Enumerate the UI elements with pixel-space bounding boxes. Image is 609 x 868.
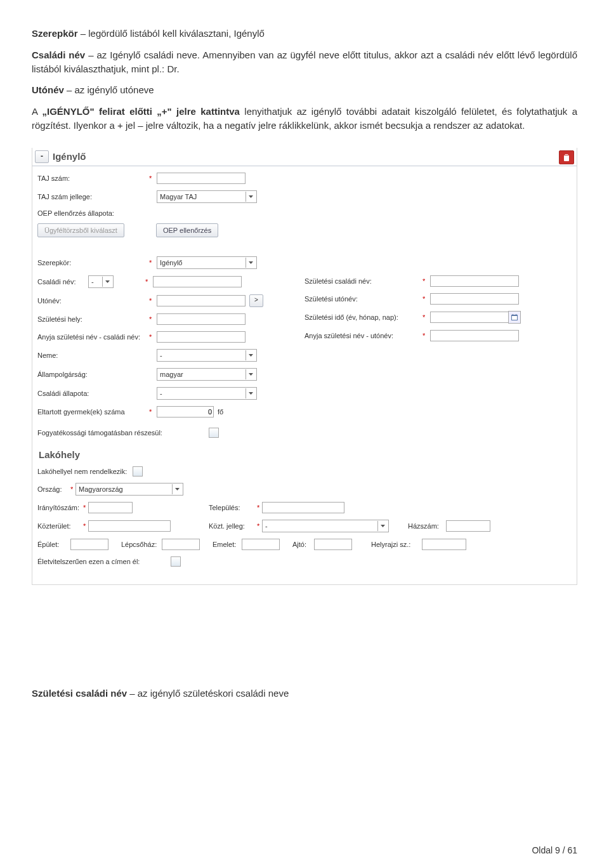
trash-icon bbox=[563, 154, 570, 161]
section-title: Igénylő bbox=[53, 151, 86, 162]
section-header: - Igénylő bbox=[32, 148, 577, 166]
chevron-down-icon bbox=[246, 192, 255, 202]
chevron-down-icon bbox=[246, 388, 255, 398]
oep-check-button[interactable]: OEP ellenőrzés bbox=[156, 223, 218, 237]
label-irsz: Irányítószám: bbox=[37, 504, 83, 511]
szul-csaladi-input[interactable] bbox=[430, 275, 519, 287]
required-asterisk: * bbox=[149, 297, 153, 305]
lakohely-nincs-checkbox[interactable] bbox=[133, 466, 143, 477]
label-anyja-csaladi: Anyja születési név - családi név: bbox=[37, 333, 145, 341]
irsz-input[interactable] bbox=[88, 502, 133, 513]
required-asterisk: * bbox=[70, 485, 75, 493]
label-lepcsohaz: Lépcsőház: bbox=[121, 541, 162, 548]
required-asterisk: * bbox=[422, 332, 426, 339]
allampolg-select[interactable]: magyar bbox=[157, 368, 257, 381]
paragraph: Családi név – az Igénylő családi neve. A… bbox=[32, 48, 577, 76]
label-eletvitel: Életvitelszerűen ezen a címen él: bbox=[37, 558, 145, 565]
copy-name-button[interactable]: > bbox=[249, 294, 263, 307]
label-ajto: Ajtó: bbox=[292, 541, 314, 548]
form-screenshot: - Igénylő TAJ szám: * TAJ szám jellege: … bbox=[32, 148, 577, 585]
telepules-input[interactable] bbox=[262, 502, 344, 513]
subsection-lakohely: Lakóhely bbox=[39, 449, 572, 460]
taj-jelleg-select[interactable]: Magyar TAJ bbox=[157, 190, 257, 203]
label-hrsz: Helyrajzi sz.: bbox=[371, 541, 422, 548]
kozt-jelleg-select[interactable]: - bbox=[262, 520, 389, 532]
label-szerepkor: Szerepkör: bbox=[37, 259, 145, 266]
label-fo: fő bbox=[218, 408, 223, 416]
chevron-down-icon bbox=[102, 277, 112, 287]
label-taj: TAJ szám: bbox=[37, 174, 145, 182]
chevron-down-icon bbox=[172, 484, 181, 494]
kozterulet-input[interactable] bbox=[88, 520, 171, 532]
required-asterisk: * bbox=[257, 504, 262, 511]
required-asterisk: * bbox=[422, 313, 426, 321]
required-asterisk: * bbox=[145, 278, 149, 286]
calendar-icon bbox=[511, 314, 518, 320]
label-utonev: Utónév: bbox=[37, 297, 145, 305]
label-gyermek: Eltartott gyermek(ek) száma bbox=[37, 408, 145, 416]
szul-ido-input[interactable] bbox=[430, 312, 509, 323]
svg-rect-3 bbox=[516, 314, 516, 315]
label-csaladi-all: Családi állapota: bbox=[37, 390, 145, 397]
page-number: Oldal 9 / 61 bbox=[532, 845, 577, 855]
label-szul-ido: Születési idő (év, hónap, nap): bbox=[304, 313, 419, 321]
label-hazszam: Házszám: bbox=[408, 522, 446, 530]
label-fogyatek: Fogyatékossági támogatásban részesül: bbox=[37, 429, 177, 437]
paragraph: Születési családi név – az igénylő szüle… bbox=[32, 687, 577, 700]
label-orszag: Ország: bbox=[37, 485, 70, 493]
ugyfeltorzs-button[interactable]: Ügyféltörzsből kiválaszt bbox=[37, 223, 124, 237]
hrsz-input[interactable] bbox=[422, 539, 466, 550]
csaladi-all-select[interactable]: - bbox=[157, 387, 257, 400]
delete-button[interactable] bbox=[559, 150, 574, 164]
calendar-button[interactable] bbox=[508, 311, 521, 324]
taj-input[interactable] bbox=[157, 173, 246, 184]
label-kozt-jelleg: Közt. jelleg: bbox=[209, 522, 257, 530]
szul-hely-input[interactable] bbox=[157, 313, 246, 325]
label-lakohely-nincs: Lakóhellyel nem rendelkezik: bbox=[37, 468, 133, 475]
lepcsohaz-input[interactable] bbox=[162, 539, 200, 550]
anyja-utonev-input[interactable] bbox=[430, 330, 519, 341]
szul-utonev-input[interactable] bbox=[430, 293, 519, 305]
hazszam-input[interactable] bbox=[446, 520, 490, 532]
utonev-input[interactable] bbox=[157, 295, 246, 306]
svg-rect-1 bbox=[512, 316, 517, 320]
svg-rect-2 bbox=[513, 314, 513, 315]
chevron-down-icon bbox=[246, 350, 255, 360]
label-anyja-utonev: Anyja születési név - utónév: bbox=[304, 332, 419, 339]
required-asterisk: * bbox=[149, 259, 153, 266]
emelet-input[interactable] bbox=[242, 539, 280, 550]
szerepkor-select[interactable]: Igénylő bbox=[157, 256, 257, 269]
label-emelet: Emelet: bbox=[213, 541, 242, 548]
csaladi-nev-input[interactable] bbox=[153, 276, 242, 287]
epulet-input[interactable] bbox=[70, 539, 108, 550]
neme-select[interactable]: - bbox=[157, 349, 257, 362]
required-asterisk: * bbox=[149, 174, 153, 182]
label-allampolg: Állampolgárság: bbox=[37, 371, 145, 378]
label-szul-hely: Születési hely: bbox=[37, 315, 145, 323]
required-asterisk: * bbox=[257, 522, 262, 530]
anyja-csaladi-input[interactable] bbox=[157, 331, 246, 343]
required-asterisk: * bbox=[83, 522, 88, 530]
chevron-down-icon bbox=[246, 369, 255, 379]
label-oep-status: OEP ellenőrzés állapota: bbox=[37, 209, 145, 217]
eletvitel-checkbox[interactable] bbox=[171, 556, 181, 567]
ajto-input[interactable] bbox=[314, 539, 352, 550]
required-asterisk: * bbox=[149, 408, 153, 416]
required-asterisk: * bbox=[149, 315, 153, 323]
chevron-down-icon bbox=[246, 258, 255, 268]
orszag-select[interactable]: Magyarország bbox=[75, 483, 183, 496]
required-asterisk: * bbox=[422, 295, 426, 303]
paragraph: Utónév – az igénylő utóneve bbox=[32, 83, 577, 97]
label-taj-jelleg: TAJ szám jellege: bbox=[37, 193, 145, 201]
required-asterisk: * bbox=[422, 277, 426, 285]
gyermek-input[interactable] bbox=[157, 406, 214, 418]
titulus-select[interactable]: - bbox=[88, 275, 114, 288]
fogyatek-checkbox[interactable] bbox=[209, 428, 219, 438]
collapse-toggle[interactable]: - bbox=[35, 150, 49, 163]
label-szul-utonev: Születési utónév: bbox=[304, 295, 419, 303]
required-asterisk: * bbox=[83, 504, 88, 511]
paragraph: A „IGÉNYLŐ" felirat előtti „+" jelre kat… bbox=[32, 105, 577, 133]
paragraph: Szerepkör – legördülő listából kell kivá… bbox=[32, 27, 577, 41]
label-szul-csaladi: Születési családi név: bbox=[304, 277, 419, 285]
label-epulet: Épület: bbox=[37, 541, 70, 548]
